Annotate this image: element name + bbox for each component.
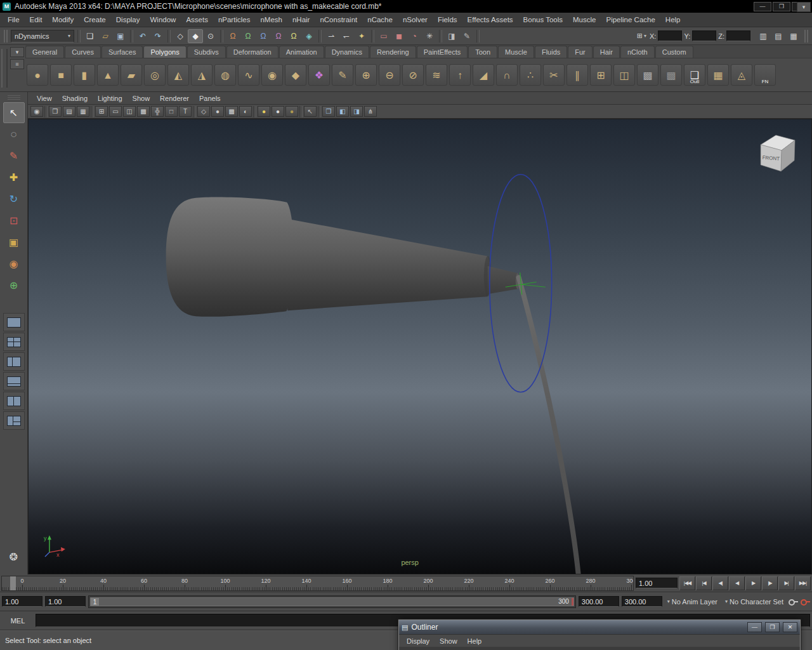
booleans-icon[interactable]: ⊘ xyxy=(402,64,424,86)
shelf-tab[interactable]: Muscle xyxy=(498,46,534,58)
sculpt-geometry-icon[interactable]: ✎ xyxy=(332,64,353,86)
resolution-gate-icon[interactable]: ◫ xyxy=(123,106,136,117)
snap-to-curves-icon[interactable]: Ω xyxy=(240,29,256,43)
all-lights-icon[interactable]: ● xyxy=(272,106,284,117)
universal-manipulator-tool[interactable]: ▣ xyxy=(3,232,25,253)
shelf-tab[interactable]: Custom xyxy=(655,46,693,58)
select-object-icon[interactable]: ◆ xyxy=(188,29,203,43)
viewport-3d[interactable]: FRONT y x persp xyxy=(28,119,812,574)
snap-to-points-icon[interactable]: Ω xyxy=(256,29,271,43)
safe-title-icon[interactable]: T xyxy=(179,106,192,117)
menu-item[interactable]: Pipeline Cache xyxy=(601,13,660,27)
split-polygon-icon[interactable]: ✂ xyxy=(543,64,565,86)
minimize-button[interactable]: — xyxy=(754,2,771,11)
step-back-key-button[interactable]: ◀| xyxy=(712,576,728,590)
character-set-dropdown[interactable]: ▾ No Character Set xyxy=(723,595,786,608)
outliner-titlebar[interactable]: ▤ Outliner — ❐ ✕ xyxy=(399,620,800,634)
open-scene-icon[interactable]: ▱ xyxy=(98,29,113,43)
poly-pyramid-icon[interactable]: ◮ xyxy=(191,64,213,86)
share-view-icon[interactable]: ⋔ xyxy=(364,106,377,117)
shelf-tab-cycle-button[interactable]: ▾ xyxy=(10,47,24,57)
range-track[interactable]: 1 300 xyxy=(88,595,576,608)
flat-lighting-icon[interactable]: ● xyxy=(285,106,298,117)
step-back-frame-button[interactable]: |◀ xyxy=(696,576,712,590)
menu-item[interactable]: Help xyxy=(660,13,686,27)
textured-icon[interactable]: ▩ xyxy=(225,106,238,117)
camera-attributes-icon[interactable]: ❒ xyxy=(49,106,62,117)
animation-start-field[interactable] xyxy=(2,596,43,607)
menu-set-dropdown[interactable]: nDynamics ▾ xyxy=(11,30,74,43)
paint-select-tool[interactable]: ✎ xyxy=(3,145,25,166)
make-live-icon[interactable]: ◈ xyxy=(301,29,317,43)
toolbox-bottom-icon[interactable]: ❂ xyxy=(3,547,25,567)
lattice-icon[interactable]: ▦ xyxy=(707,64,729,86)
playback-start-field[interactable] xyxy=(45,596,86,607)
construction-history-icon[interactable]: ✦ xyxy=(354,29,369,43)
shelf-tab[interactable]: nCloth xyxy=(620,46,655,58)
play-backwards-button[interactable]: ◀ xyxy=(729,576,745,590)
undo-icon[interactable]: ↶ xyxy=(135,29,150,43)
layout-four-panes-button[interactable] xyxy=(3,333,25,351)
render-settings-icon[interactable]: ✳ xyxy=(422,29,437,43)
menu-item[interactable]: nMesh xyxy=(255,13,287,27)
playback-end-field[interactable] xyxy=(579,596,619,607)
extrude-icon[interactable]: ↑ xyxy=(449,64,471,86)
menu-item[interactable]: Effects Assets xyxy=(462,13,518,27)
show-tool-settings-icon[interactable]: ▤ xyxy=(771,29,786,43)
render-current-frame-icon[interactable]: ◼ xyxy=(391,29,407,43)
time-playhead[interactable] xyxy=(10,576,16,590)
menu-item[interactable]: nCache xyxy=(362,13,398,27)
outliner-close-button[interactable]: ✕ xyxy=(783,622,797,632)
poly-plane-icon[interactable]: ▰ xyxy=(121,64,142,86)
outliner-content[interactable] xyxy=(399,647,800,650)
show-manipulator-tool[interactable]: ⊕ xyxy=(3,275,25,296)
shelf-options-button[interactable]: ▾ xyxy=(797,2,811,12)
outliner-window[interactable]: ▤ Outliner — ❐ ✕ DisplayShowHelp xyxy=(398,620,801,650)
menu-item[interactable]: Fields xyxy=(433,13,462,27)
insert-edge-loop-icon[interactable]: ∥ xyxy=(566,64,588,86)
snap-to-grids-icon[interactable]: Ω xyxy=(225,29,240,43)
outliner-maximize-button[interactable]: ❐ xyxy=(765,622,780,632)
go-to-end-button[interactable]: ▶▶| xyxy=(795,576,811,590)
layout-split-left-button[interactable] xyxy=(3,352,25,371)
command-line-language-toggle[interactable]: MEL xyxy=(2,617,34,625)
shelf-tab[interactable]: Hair xyxy=(593,46,620,58)
poly-pipe-icon[interactable]: ◍ xyxy=(214,64,236,86)
smooth-icon[interactable]: ≋ xyxy=(426,64,447,86)
maximize-button[interactable]: ❐ xyxy=(773,2,790,11)
safe-action-icon[interactable]: □ xyxy=(165,106,178,117)
bookmarks-icon[interactable]: ▤ xyxy=(63,106,75,117)
auto-keyframe-icon[interactable] xyxy=(801,599,810,604)
move-tool[interactable]: ✚ xyxy=(3,167,25,188)
merge-vertices-icon[interactable]: ∴ xyxy=(520,64,541,86)
microphone-mesh[interactable] xyxy=(166,197,520,316)
shelf-tab[interactable]: Fluids xyxy=(535,46,567,58)
titlebar[interactable]: M Autodesk Maya 2013 x64: D:\MAYA PROJEC… xyxy=(0,0,812,13)
outliner-minimize-button[interactable]: — xyxy=(747,622,762,632)
show-channel-box-icon[interactable]: ▦ xyxy=(786,29,801,43)
menu-item[interactable]: Muscle xyxy=(568,13,601,27)
select-tool[interactable]: ↖ xyxy=(3,102,25,123)
shelf-tab[interactable]: Deformation xyxy=(226,46,278,58)
poly-cylinder-icon[interactable]: ▮ xyxy=(74,64,95,86)
snap-to-projected-center-icon[interactable]: Ω xyxy=(271,29,286,43)
cable-mesh[interactable] xyxy=(519,277,579,574)
menu-item[interactable]: Display xyxy=(111,13,145,27)
scale-tool[interactable]: ⊡ xyxy=(3,210,25,231)
field-chart-icon[interactable]: ╬ xyxy=(151,106,164,117)
interactive-creation-icon[interactable]: ❖ xyxy=(308,64,330,86)
y-field[interactable] xyxy=(692,30,716,41)
animation-end-field[interactable] xyxy=(622,596,662,607)
rotate-tool[interactable]: ↻ xyxy=(3,189,25,209)
layout-split-bottom-button[interactable] xyxy=(3,372,25,390)
menu-item[interactable]: nSolver xyxy=(398,13,433,27)
bridge-icon[interactable]: ∩ xyxy=(496,64,518,86)
panel-menu-item[interactable]: Lighting xyxy=(93,92,128,105)
shelf-tab[interactable]: Fur xyxy=(568,46,593,58)
wireframe-icon[interactable]: ◇ xyxy=(197,106,210,117)
menu-item[interactable]: File xyxy=(3,13,25,27)
shelf-tab[interactable]: General xyxy=(25,46,64,58)
uv-checker-icon[interactable]: ▩ xyxy=(637,64,658,86)
poly-helix-icon[interactable]: ∿ xyxy=(238,64,259,86)
lasso-tool[interactable]: ◌ xyxy=(3,124,25,145)
